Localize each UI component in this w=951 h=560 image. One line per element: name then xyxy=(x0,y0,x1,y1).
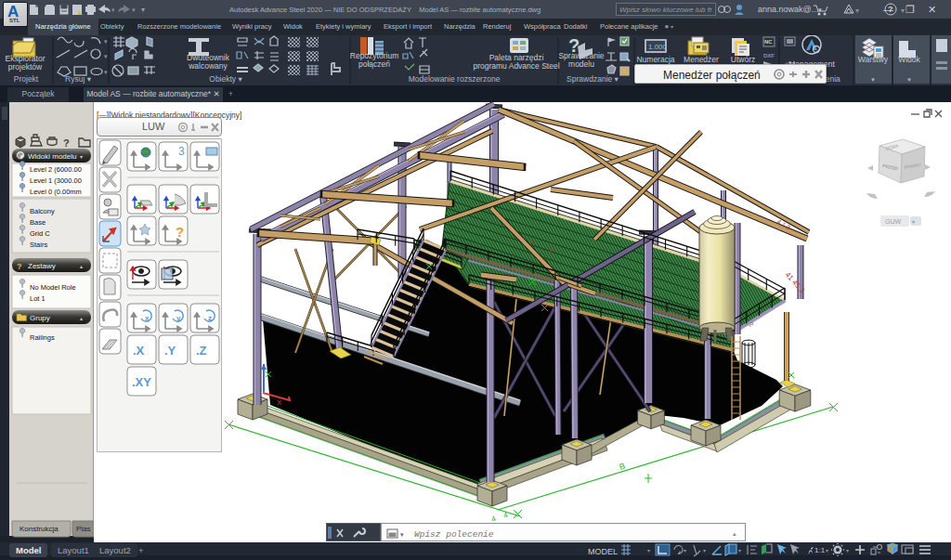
svg-text:▾: ▾ xyxy=(901,7,905,15)
svg-text:Level 1 (3000.00: Level 1 (3000.00 xyxy=(30,176,82,185)
svg-text:modelu: modelu xyxy=(568,59,594,69)
svg-text:Railings: Railings xyxy=(30,333,55,342)
svg-text:▾: ▾ xyxy=(80,154,83,160)
svg-text:.Z: .Z xyxy=(196,344,207,358)
svg-text:Obiekty ▾: Obiekty ▾ xyxy=(209,74,242,84)
svg-text:X: X xyxy=(277,398,282,407)
svg-text:▾: ▾ xyxy=(104,69,108,75)
svg-text:NC: NC xyxy=(764,39,773,45)
svg-text:▴: ▴ xyxy=(80,316,83,321)
svg-text:Level 2 (6000.00: Level 2 (6000.00 xyxy=(30,165,82,174)
svg-text:?: ? xyxy=(63,137,70,149)
svg-text:Widok: Widok xyxy=(898,55,920,64)
svg-text:.XY: .XY xyxy=(132,375,151,389)
svg-text:Utwórz: Utwórz xyxy=(731,55,755,64)
svg-text:▾: ▾ xyxy=(907,76,911,83)
svg-text:programu Advance Steel: programu Advance Steel xyxy=(473,61,559,71)
svg-text:▴: ▴ xyxy=(80,264,83,269)
svg-text:Lot 1: Lot 1 xyxy=(30,294,46,303)
svg-text:Widoki modelu: Widoki modelu xyxy=(28,152,76,161)
svg-text:Numeracja: Numeracja xyxy=(636,55,674,64)
svg-text:Warstwy: Warstwy xyxy=(858,55,889,64)
svg-text:projektów: projektów xyxy=(8,62,43,72)
svg-text:▾: ▾ xyxy=(132,7,136,13)
svg-text:▾: ▾ xyxy=(703,548,706,553)
svg-text:.X: .X xyxy=(133,344,145,358)
svg-text:.Y: .Y xyxy=(164,344,176,358)
svg-text:B: B xyxy=(619,462,627,472)
svg-text:▾: ▾ xyxy=(400,531,404,538)
svg-text:No Model Role: No Model Role xyxy=(30,283,76,292)
svg-text:Base: Base xyxy=(30,218,46,227)
svg-text:GUW: GUW xyxy=(885,218,902,225)
svg-text:▾: ▾ xyxy=(141,6,145,14)
svg-text:Grupy: Grupy xyxy=(30,314,50,322)
svg-text:Menedżer: Menedżer xyxy=(684,55,719,64)
svg-text:Rysuj ▾: Rysuj ▾ xyxy=(65,74,92,84)
svg-text:▾: ▾ xyxy=(871,76,875,83)
svg-text:Modelowanie rozszerzone: Modelowanie rozszerzone xyxy=(409,74,501,84)
svg-text:▾: ▾ xyxy=(738,548,741,553)
svg-text:▾: ▾ xyxy=(826,548,828,553)
svg-text:Stairs: Stairs xyxy=(30,241,47,249)
svg-text:▾: ▾ xyxy=(111,7,115,13)
svg-text:▾: ▾ xyxy=(684,548,686,553)
svg-text:Plas: Plas xyxy=(76,525,91,533)
svg-text:▾: ▾ xyxy=(855,7,859,15)
svg-text:▾: ▾ xyxy=(104,38,108,45)
svg-text:1.000: 1.000 xyxy=(648,43,668,51)
svg-text:połączeń: połączeń xyxy=(358,59,390,69)
svg-text:DXF: DXF xyxy=(763,53,775,59)
svg-text:Projekt: Projekt xyxy=(14,74,39,84)
svg-text:y: y xyxy=(176,314,181,322)
svg-text:▾: ▾ xyxy=(104,53,108,59)
svg-text:Grid C: Grid C xyxy=(30,229,50,238)
svg-text:Zestawy: Zestawy xyxy=(28,262,56,270)
svg-text:▾: ▾ xyxy=(846,548,849,553)
svg-text:Wpisz polecenie: Wpisz polecenie xyxy=(414,529,494,540)
svg-text:z: z xyxy=(208,314,212,322)
svg-text:x: x xyxy=(145,314,150,322)
svg-text:walcowany: walcowany xyxy=(188,61,228,71)
svg-text:?: ? xyxy=(17,262,22,271)
svg-text:MODEL: MODEL xyxy=(588,547,618,556)
svg-text:Level 0 (0.00mm: Level 0 (0.00mm xyxy=(30,188,82,196)
svg-text:▴: ▴ xyxy=(733,530,736,537)
svg-text:Konstrukcja: Konstrukcja xyxy=(20,525,59,533)
svg-text:1:1: 1:1 xyxy=(814,546,826,554)
svg-text:Balcony: Balcony xyxy=(30,207,55,215)
svg-text:▾: ▾ xyxy=(647,548,650,553)
svg-text:▾: ▾ xyxy=(912,219,915,225)
svg-text:Sprawdzanie ▾: Sprawdzanie ▾ xyxy=(567,74,619,84)
svg-text:?: ? xyxy=(176,224,184,240)
svg-text:3: 3 xyxy=(178,145,185,158)
